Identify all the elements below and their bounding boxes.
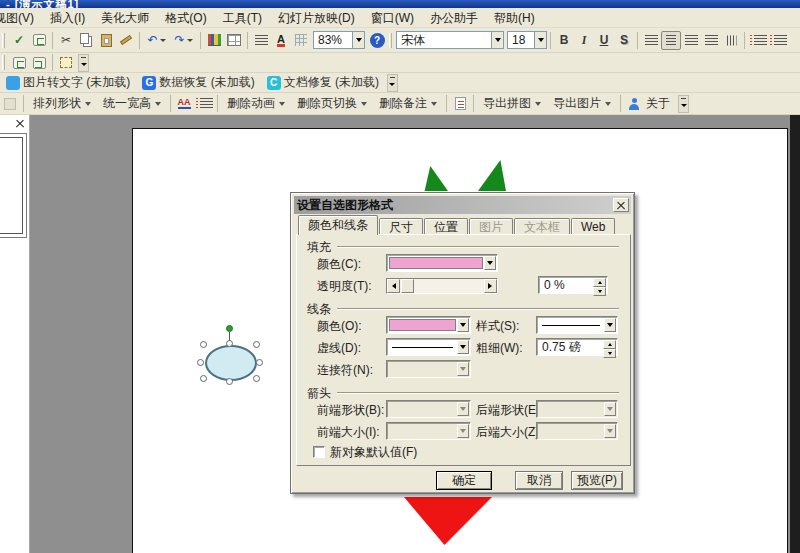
slider-left-arrow[interactable]: [387, 279, 400, 293]
spell-check-icon[interactable]: ✓: [9, 31, 29, 50]
chevron-down-icon[interactable]: [604, 318, 616, 332]
line-style-dropdown[interactable]: [536, 316, 618, 334]
menu-item-tools[interactable]: 工具(T): [215, 8, 270, 28]
spin-up-icon[interactable]: [603, 340, 616, 349]
toolbar-options-button[interactable]: [78, 54, 89, 72]
redo-button[interactable]: ↷: [170, 31, 197, 50]
toolbar-options-button[interactable]: [678, 95, 689, 113]
menu-item-view[interactable]: 视图(V): [0, 8, 42, 28]
rotate-handle[interactable]: [226, 325, 233, 332]
expand-all-icon[interactable]: [251, 31, 271, 50]
menu-item-office-assistant[interactable]: 办公助手: [422, 8, 486, 28]
rotate-left-icon[interactable]: [9, 53, 29, 72]
addon-data-recovery[interactable]: 数据恢复 (未加载): [159, 74, 260, 91]
bold-button[interactable]: B: [554, 31, 574, 50]
menu-item-format[interactable]: 格式(O): [157, 8, 214, 28]
menu-item-beautify-master[interactable]: 美化大师: [93, 8, 157, 28]
arrange-shapes-button[interactable]: 排列形状: [27, 95, 97, 112]
delete-notes-button[interactable]: 删除备注: [373, 95, 443, 112]
ok-button[interactable]: 确定: [436, 471, 492, 490]
copy-icon[interactable]: [76, 31, 96, 50]
align-right-icon[interactable]: [681, 31, 701, 50]
select-objects-icon[interactable]: [56, 53, 76, 72]
fill-color-dropdown[interactable]: [386, 254, 498, 272]
cut-icon[interactable]: ✂: [56, 31, 76, 50]
format-painter-icon[interactable]: [116, 31, 136, 50]
ellipse-shape[interactable]: [205, 345, 257, 381]
resize-handle-bottom-center[interactable]: [226, 378, 233, 385]
toolbar-grip[interactable]: [2, 33, 5, 48]
delete-animation-button[interactable]: 删除动画: [221, 95, 291, 112]
font-color-icon[interactable]: A: [271, 31, 291, 50]
text-shadow-button[interactable]: S: [614, 31, 634, 50]
chevron-down-icon[interactable]: [352, 32, 364, 48]
paste-icon[interactable]: [96, 31, 116, 50]
spin-up-icon[interactable]: [593, 278, 606, 287]
toolbar-grip[interactable]: [389, 33, 392, 48]
list-tool-icon[interactable]: [194, 94, 214, 113]
about-button[interactable]: 关于: [644, 95, 676, 112]
menu-item-insert[interactable]: 插入(I): [42, 8, 93, 28]
tab-size[interactable]: 尺寸: [379, 218, 423, 235]
line-color-dropdown[interactable]: [386, 316, 471, 334]
undo-button[interactable]: ↶: [143, 31, 170, 50]
transparency-spinner[interactable]: 0 %: [538, 276, 608, 294]
resize-handle-bottom-left[interactable]: [200, 375, 207, 382]
resize-handle-mid-left[interactable]: [197, 359, 204, 366]
research-icon[interactable]: [29, 31, 49, 50]
underline-button[interactable]: U: [594, 31, 614, 50]
export-page-icon[interactable]: [450, 94, 470, 113]
grid-icon[interactable]: [291, 31, 311, 50]
resize-handle-bottom-right[interactable]: [253, 375, 260, 382]
chevron-down-icon[interactable]: [457, 318, 469, 332]
slider-thumb[interactable]: [401, 279, 414, 293]
slider-right-arrow[interactable]: [484, 279, 497, 293]
new-default-checkbox[interactable]: [313, 446, 325, 458]
italic-button[interactable]: I: [574, 31, 594, 50]
toolbar-options-button[interactable]: [387, 74, 398, 92]
dialog-close-button[interactable]: [613, 198, 629, 212]
spin-down-icon[interactable]: [593, 287, 606, 296]
zoom-combobox[interactable]: 83%: [313, 31, 365, 49]
unify-size-button[interactable]: 统一宽高: [97, 95, 167, 112]
chevron-down-icon[interactable]: [534, 32, 546, 48]
resize-handle-top-center[interactable]: [226, 340, 233, 347]
delete-transition-button[interactable]: 删除页切换: [291, 95, 373, 112]
spin-down-icon[interactable]: [603, 349, 616, 358]
line-weight-spinner[interactable]: 0.75 磅: [536, 338, 618, 356]
font-tool-icon[interactable]: AA: [174, 94, 194, 113]
numbered-list-icon[interactable]: [748, 31, 768, 50]
tab-web[interactable]: Web: [571, 218, 615, 235]
insert-table-icon[interactable]: [224, 31, 244, 50]
tab-position[interactable]: 位置: [424, 218, 468, 235]
cancel-button[interactable]: 取消: [515, 471, 563, 490]
dash-style-dropdown[interactable]: [386, 338, 471, 356]
insert-chart-icon[interactable]: [204, 31, 224, 50]
bullet-list-icon[interactable]: [768, 31, 788, 50]
slide-thumbnail[interactable]: [0, 133, 27, 238]
addon-picture-to-text[interactable]: 图片转文字 (未加载): [23, 74, 136, 91]
addon-document-repair[interactable]: 文档修复 (未加载): [284, 74, 385, 91]
menu-item-slideshow[interactable]: 幻灯片放映(D): [270, 8, 363, 28]
align-left-icon[interactable]: [641, 31, 661, 50]
text-direction-icon[interactable]: [721, 31, 741, 50]
chevron-down-icon[interactable]: [491, 32, 503, 48]
panel-close-button[interactable]: [13, 117, 27, 130]
help-icon[interactable]: ?: [367, 31, 387, 50]
menu-item-help[interactable]: 帮助(H): [486, 8, 543, 28]
preview-button[interactable]: 预览(P): [571, 471, 623, 490]
export-puzzle-button[interactable]: 导出拼图: [477, 95, 547, 112]
resize-handle-top-right[interactable]: [253, 341, 260, 348]
resize-handle-top-left[interactable]: [200, 341, 207, 348]
align-center-icon[interactable]: [661, 31, 681, 50]
justify-icon[interactable]: [701, 31, 721, 50]
tab-colors-and-lines[interactable]: 颜色和线条: [298, 215, 378, 235]
menu-item-window[interactable]: 窗口(W): [363, 8, 422, 28]
chevron-down-icon[interactable]: [484, 256, 496, 270]
font-name-combobox[interactable]: 宋体: [396, 31, 504, 49]
transparency-slider[interactable]: [386, 278, 498, 294]
export-image-button[interactable]: 导出图片: [547, 95, 617, 112]
rotate-right-icon[interactable]: [29, 53, 49, 72]
resize-handle-mid-right[interactable]: [256, 359, 263, 366]
dialog-titlebar[interactable]: 设置自选图形格式: [294, 196, 631, 214]
